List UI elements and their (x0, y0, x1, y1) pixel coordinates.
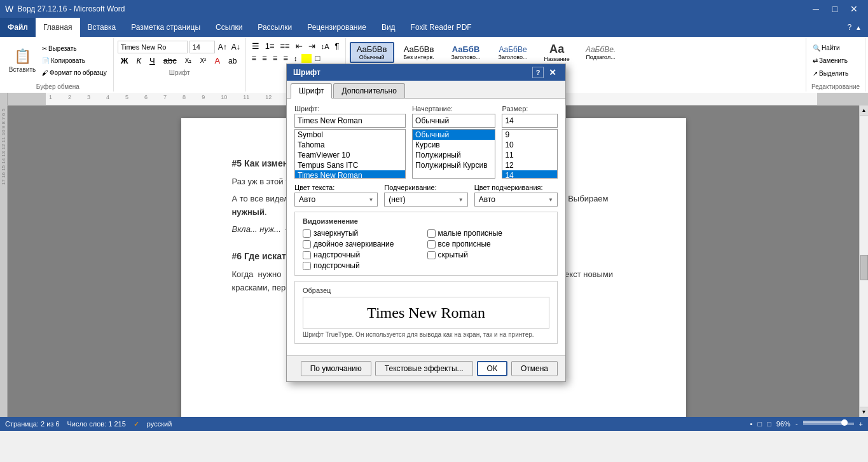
strikethrough-button[interactable]: abc (160, 55, 180, 67)
font-style-list[interactable]: Обычный Курсив Полужирный Полужирный Кур… (412, 129, 495, 179)
style-normal[interactable]: АаБбВв Обычный (350, 42, 394, 63)
tab-foxit[interactable]: Foxit Reader PDF (403, 18, 479, 37)
size-item-14[interactable]: 14 (502, 170, 557, 179)
tab-home[interactable]: Главная (36, 18, 80, 37)
font-grow-button[interactable]: A↑ (217, 43, 228, 51)
underline-color-dropdown[interactable]: Авто ▼ (474, 193, 558, 207)
replace-button[interactable]: ⇄ Заменить (810, 55, 861, 67)
font-item-symbol[interactable]: Symbol (295, 130, 405, 140)
layout-read-button[interactable]: □ (767, 420, 771, 428)
multilevel-button[interactable]: ≡≡ (279, 41, 292, 51)
style-heading2[interactable]: АаБбВe Заголово... (491, 43, 535, 62)
dialog-help-button[interactable]: ? (532, 67, 544, 78)
ribbon-minimize-icon[interactable]: ▲ (855, 24, 862, 31)
size-item-12[interactable]: 12 (502, 160, 557, 170)
justify-button[interactable]: ≡ (281, 53, 290, 64)
style-heading1[interactable]: АаБбВ Заголово... (444, 43, 488, 62)
hidden-checkbox[interactable] (427, 251, 436, 259)
dialog-close-button[interactable]: ✕ (546, 66, 559, 79)
cut-button[interactable]: ✂ Вырезать (39, 43, 109, 55)
border-button[interactable]: □ (313, 53, 322, 64)
font-size-list[interactable]: 9 10 11 12 14 (502, 129, 558, 179)
subscript-checkbox[interactable] (303, 262, 311, 270)
style-item-italic[interactable]: Курсив (413, 140, 495, 150)
double-strikethrough-checkbox-label[interactable]: двойное зачеркивание (303, 240, 425, 248)
shading-button[interactable] (301, 54, 312, 63)
copy-button[interactable]: 📄 Копировать (39, 55, 109, 67)
font-shrink-button[interactable]: A↓ (230, 43, 242, 51)
bold-button[interactable]: Ж (118, 55, 132, 67)
font-name-input[interactable] (118, 41, 188, 53)
font-item-teamviewer[interactable]: TeamViewer 10 (295, 150, 405, 160)
ok-button[interactable]: ОК (477, 361, 507, 376)
all-caps-checkbox[interactable] (427, 240, 436, 248)
paste-button[interactable]: 📋 Вставить (6, 42, 38, 80)
select-button[interactable]: ↗ Выделить (810, 68, 861, 79)
zoom-in-icon[interactable]: + (859, 420, 863, 428)
font-item-tempus[interactable]: Tempus Sans ITC (295, 160, 405, 170)
small-caps-checkbox-label[interactable]: малые прописные (427, 229, 550, 238)
dialog-tab-font[interactable]: Шрифт (291, 83, 332, 99)
layout-print-button[interactable]: ▪ (750, 420, 753, 428)
tab-insert[interactable]: Вставка (80, 18, 124, 37)
all-caps-checkbox-label[interactable]: все прописные (427, 240, 550, 248)
subscript-checkbox-label[interactable]: подстрочный (303, 261, 425, 270)
text-color-button[interactable]: А (211, 55, 223, 67)
page-status[interactable]: Страница: 2 из 6 (5, 420, 60, 428)
cancel-button[interactable]: Отмена (511, 361, 558, 376)
size-item-9[interactable]: 9 (502, 130, 557, 140)
style-title[interactable]: Аа Название (538, 41, 576, 64)
show-marks-button[interactable]: ¶ (333, 41, 341, 51)
font-item-tahoma[interactable]: Tahoma (295, 140, 405, 150)
text-effects-button[interactable]: Текстовые эффекты... (375, 361, 473, 376)
tab-review[interactable]: Рецензирование (300, 18, 374, 37)
zoom-slider[interactable] (803, 423, 854, 425)
style-item-bold[interactable]: Полужирный (413, 150, 495, 160)
double-strikethrough-checkbox[interactable] (303, 240, 311, 248)
font-name-field[interactable] (294, 114, 406, 128)
strikethrough-checkbox-label[interactable]: зачеркнутый (303, 229, 425, 238)
style-subtitle[interactable]: АаБбВе. Подзагол... (579, 43, 623, 62)
underline-button[interactable]: Ч (146, 55, 158, 67)
bullets-button[interactable]: ☰ (250, 41, 261, 51)
italic-button[interactable]: К (133, 55, 144, 67)
sort-button[interactable]: ↕A (319, 42, 331, 51)
highlight-button[interactable]: ab (225, 55, 240, 67)
text-color-dropdown[interactable]: Авто ▼ (294, 193, 378, 207)
layout-web-button[interactable]: □ (758, 420, 762, 428)
minimize-button[interactable]: ─ (807, 0, 825, 18)
close-button[interactable]: ✕ (845, 0, 863, 18)
line-spacing-button[interactable]: ↕ (292, 54, 300, 63)
increase-indent-button[interactable]: ⇥ (307, 41, 317, 51)
help-icon[interactable]: ? (847, 23, 851, 32)
hidden-checkbox-label[interactable]: скрытый (427, 250, 550, 259)
numbering-button[interactable]: 1≡ (263, 41, 277, 51)
underline-dropdown[interactable]: (нет) ▼ (384, 193, 467, 207)
style-item-bold-italic[interactable]: Полужирный Курсив (413, 160, 495, 170)
decrease-indent-button[interactable]: ⇤ (294, 41, 305, 51)
align-center-button[interactable]: ≡ (260, 53, 269, 64)
language-status[interactable]: русский (147, 420, 172, 428)
superscript-checkbox-label[interactable]: надстрочный (303, 250, 425, 259)
font-size-input[interactable] (189, 41, 215, 53)
small-caps-checkbox[interactable] (427, 229, 436, 238)
size-item-11[interactable]: 11 (502, 150, 557, 160)
maximize-button[interactable]: □ (826, 0, 844, 18)
zoom-out-icon[interactable]: - (796, 420, 798, 428)
font-item-times[interactable]: Times New Roman (295, 170, 405, 179)
strikethrough-checkbox[interactable] (303, 229, 311, 238)
superscript-button[interactable]: X² (196, 56, 209, 65)
align-left-button[interactable]: ≡ (250, 53, 259, 64)
scroll-up-button[interactable]: ▲ (860, 105, 869, 116)
tab-mailings[interactable]: Рассылки (250, 18, 300, 37)
tab-page-layout[interactable]: Разметка страницы (123, 18, 208, 37)
format-painter-button[interactable]: 🖌 Формат по образцу (39, 67, 109, 79)
tab-references[interactable]: Ссылки (208, 18, 250, 37)
default-button[interactable]: По умолчанию (301, 361, 371, 376)
tab-file[interactable]: Файл (0, 18, 36, 37)
style-no-spacing[interactable]: АаБбВв Без интерв. (397, 43, 441, 62)
superscript-checkbox[interactable] (303, 251, 311, 259)
font-name-list[interactable]: Symbol Tahoma TeamViewer 10 Tempus Sans … (294, 129, 406, 179)
size-item-10[interactable]: 10 (502, 140, 557, 150)
tab-view[interactable]: Вид (374, 18, 403, 37)
